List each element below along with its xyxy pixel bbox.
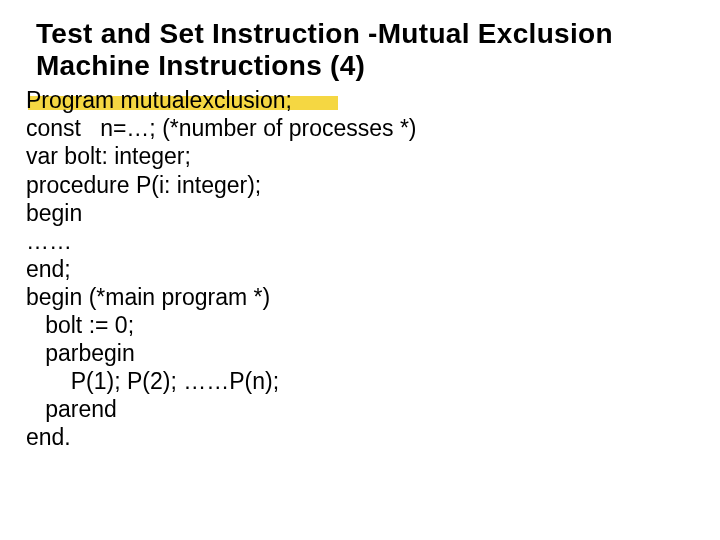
- code-line: P(1); P(2); ……P(n);: [26, 368, 279, 394]
- code-line: end.: [26, 424, 71, 450]
- code-line: parend: [26, 396, 117, 422]
- code-line: var bolt: integer;: [26, 143, 191, 169]
- code-line: bolt := 0;: [26, 312, 134, 338]
- code-line: ……: [26, 228, 72, 254]
- code-line: Program mutualexclusion;: [26, 87, 292, 113]
- code-line: procedure P(i: integer);: [26, 172, 261, 198]
- slide: Test and Set Instruction -Mutual Exclusi…: [0, 0, 720, 540]
- slide-title: Test and Set Instruction -Mutual Exclusi…: [36, 18, 700, 82]
- code-line: const n=…; (*number of processes *): [26, 115, 417, 141]
- code-line: begin (*main program *): [26, 284, 270, 310]
- code-line: end;: [26, 256, 71, 282]
- code-line: begin: [26, 200, 82, 226]
- code-block: Program mutualexclusion; const n=…; (*nu…: [26, 86, 700, 451]
- code-line: parbegin: [26, 340, 135, 366]
